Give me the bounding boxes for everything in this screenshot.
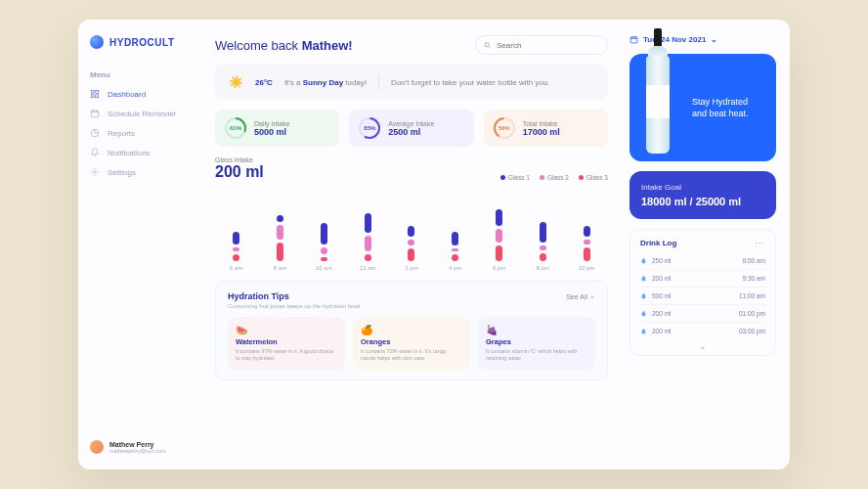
chart-bar-segment [233,247,239,251]
chart-x-labels: 6 am8 am10 am12 am1 pm4 pm6 pm8 pm10 pm [215,261,608,271]
divider [378,74,379,90]
chart-x-label: 4 pm [438,265,472,271]
stat-card-average[interactable]: 85% Average Intake 2500 ml [349,110,473,147]
svg-rect-8 [630,37,637,43]
sidebar-item-notifications[interactable]: Notifications [90,148,194,157]
legend-item: Glass 2 [540,174,569,181]
log-item[interactable]: 200 ml03:00 pm [640,323,765,339]
chart-bar-segment [452,232,458,245]
brand-logo[interactable]: HYDROCULT [90,35,194,49]
chart-bar-column[interactable] [570,226,604,261]
see-all-link[interactable]: See All ⌄ [566,292,595,300]
expand-log-button[interactable]: ⌄ [640,339,765,351]
chart-bar-column[interactable] [394,226,428,261]
chart-bar-segment [321,223,327,244]
intake-goal-card[interactable]: Intake Goal 18000 ml / 25000 ml [629,171,776,219]
search-input[interactable] [497,41,599,50]
tips-row: 🍉 Watermelon It contains 97% water in it… [228,317,595,370]
chart-bar-segment [277,225,283,240]
sidebar-item-settings[interactable]: Settings [90,167,194,177]
bottle-illustration-icon [643,28,673,156]
chart-bar-column[interactable] [350,213,384,261]
chart-bar-segment [365,254,371,261]
log-amount: 500 ml [652,292,672,299]
legend-label: Glass 2 [547,174,569,181]
app-window: HYDROCULT Menu Dashboard Schedule Remind… [78,20,790,469]
tips-subtitle: Consuming fruit juices keeps up the hydr… [228,303,595,309]
chart-title: Glass Intake [215,156,264,163]
weather-bold: Sunny Day [303,78,343,87]
sidebar-item-label: Settings [108,168,136,177]
see-all-label: See All [566,293,587,300]
chart-bar-column[interactable] [438,232,472,261]
welcome-name: Mathew! [302,38,353,53]
progress-ring-icon: 61% [225,117,246,139]
weather-headline: It's a Sunny Day today! [284,78,367,87]
chart-bar-column[interactable] [526,222,560,261]
tip-desc: It contains 72% water in it. It's tangy … [361,348,462,362]
sidebar-item-label: Dashboard [108,90,146,99]
menu-heading: Menu [90,70,194,79]
chart-bar-segment [540,245,546,251]
chart-bar-segment [365,213,371,233]
log-item[interactable]: 500 ml11:00 am [640,288,765,305]
chart-bar-segment [496,245,502,262]
stat-title: Daily Intake [254,120,290,127]
chart-bar-segment [496,229,502,242]
log-item[interactable]: 200 ml9:30 am [640,270,765,288]
goal-value: 18000 ml / 25000 ml [641,196,764,207]
tip-card[interactable]: 🍇 Grapes It contains vitamin 'C' which h… [478,317,595,370]
promo-bottle-card: Stay Hydrated and beat heat. [629,54,776,161]
chart-x-label: 1 pm [394,265,428,271]
log-item[interactable]: 250 ml8:00 am [640,252,765,270]
drop-icon [640,309,647,318]
chart-bar-segment [408,248,414,261]
sidebar-item-label: Notifications [108,149,151,157]
chart-bar-segment [584,226,590,237]
chart-bar-segment [540,222,546,243]
chart-bar-segment [321,257,327,261]
log-time: 01:00 pm [739,310,765,317]
log-amount: 200 ml [652,275,672,282]
sidebar-item-dashboard[interactable]: Dashboard [90,89,194,99]
chevron-down-icon: ⌄ [711,35,717,44]
legend-item: Glass 3 [579,174,608,181]
brand-name: HYDROCULT [109,37,175,48]
svg-rect-3 [96,95,99,98]
svg-rect-1 [96,90,99,93]
chart-bar-column[interactable] [307,223,341,261]
sidebar-nav: Dashboard Schedule Reminder Reports Noti… [90,89,194,177]
svg-rect-0 [91,90,94,93]
weather-banner: ☀️ 26°C It's a Sunny Day today! Don't fo… [215,65,608,100]
fruit-icon: 🍊 [361,325,462,335]
chart-bar-segment [584,247,590,261]
chart-bar-column[interactable] [219,232,253,261]
svg-rect-2 [91,95,94,98]
chart-bar-segment [233,232,239,244]
chart-bar-column[interactable] [263,215,297,261]
stat-card-daily[interactable]: 61% Daily Intake 5000 ml [215,110,339,147]
log-time: 11:00 am [739,292,765,299]
user-profile[interactable]: Mathew Perry mathewperry@xyz.com [90,440,194,454]
stat-card-total[interactable]: 56% Total Intake 17000 ml [484,110,608,147]
drop-icon [640,274,647,283]
chart-x-label: 8 am [263,265,297,271]
sidebar-item-schedule[interactable]: Schedule Reminder [90,109,194,118]
log-item[interactable]: 200 ml01:00 pm [640,305,765,323]
chart-bar-column[interactable] [482,209,516,261]
search-field[interactable] [475,35,608,55]
more-menu-button[interactable]: ⋯ [755,238,765,248]
svg-point-6 [94,171,97,174]
calendar-icon [629,35,638,44]
stat-value: 2500 ml [388,127,434,137]
tip-card[interactable]: 🍉 Watermelon It contains 97% water in it… [228,317,345,370]
chevron-down-icon: ⌄ [589,292,595,300]
chart-icon [90,128,100,138]
chart-x-label: 6 pm [482,265,516,271]
sidebar-item-reports[interactable]: Reports [90,128,194,138]
chart-section: Glass Intake 200 ml Glass 1 Glass 2 Glas… [215,156,608,271]
chart-x-label: 8 pm [526,265,560,271]
tip-card[interactable]: 🍊 Oranges It contains 72% water in it. I… [353,317,470,370]
legend-item: Glass 1 [500,174,530,181]
weather-post: today! [343,78,367,87]
